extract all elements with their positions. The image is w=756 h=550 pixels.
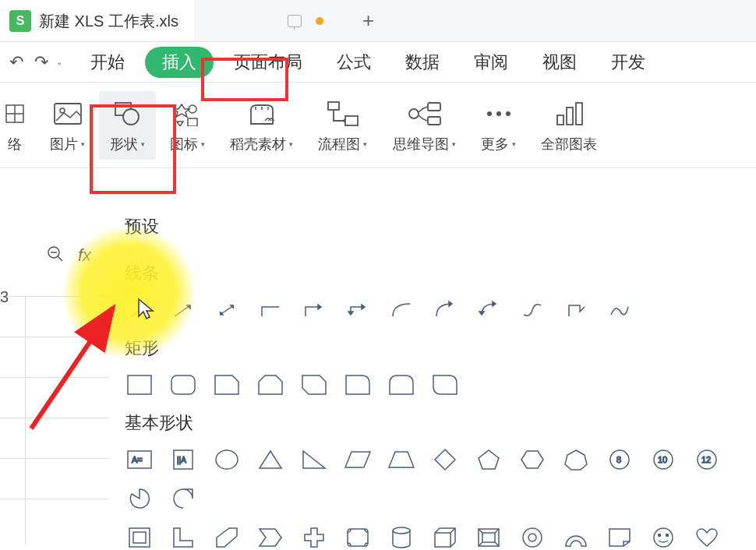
svg-text:10: 10 xyxy=(658,455,667,464)
snip-diag-corners-rect-shape[interactable] xyxy=(299,372,329,397)
rectangles-row xyxy=(125,372,740,397)
dodecagon-shape[interactable]: 12 xyxy=(692,447,722,472)
snip-corner-rect-shape[interactable] xyxy=(212,372,242,397)
cell-row[interactable] xyxy=(0,296,109,337)
svg-point-52 xyxy=(666,534,669,537)
ribbon-more[interactable]: 更多▾ xyxy=(470,91,527,160)
menu-data[interactable]: 数据 xyxy=(391,46,454,79)
svg-rect-27 xyxy=(171,375,195,394)
cell-row[interactable] xyxy=(0,458,109,499)
curve-double-arrow-shape[interactable] xyxy=(474,298,503,323)
round-1-corner-rect-shape[interactable] xyxy=(343,372,373,397)
flowchart-icon xyxy=(327,100,359,127)
menu-start[interactable]: 开始 xyxy=(76,46,139,79)
pie-shape[interactable] xyxy=(125,486,154,511)
ribbon-all-charts[interactable]: 全部图表 xyxy=(530,91,608,160)
trapezoid-shape[interactable] xyxy=(387,447,416,472)
svg-point-51 xyxy=(659,534,661,537)
cells-grid xyxy=(0,296,109,539)
decagon-shape[interactable]: 10 xyxy=(648,447,678,472)
block-arc-shape[interactable] xyxy=(561,525,591,550)
teardrop-shape[interactable] xyxy=(168,486,198,511)
diag-stripe-shape[interactable] xyxy=(212,525,242,550)
elbow-double-arrow-shape[interactable] xyxy=(343,298,373,323)
ribbon-material[interactable]: 稻壳素材▾ xyxy=(219,91,304,160)
cell-row[interactable] xyxy=(0,377,109,418)
line-shape[interactable] xyxy=(125,298,154,323)
elbow-connector-shape[interactable] xyxy=(256,298,285,323)
menu-review[interactable]: 审阅 xyxy=(460,46,522,79)
menu-dev[interactable]: 开发 xyxy=(597,46,659,79)
fx-icon[interactable]: fx xyxy=(78,245,91,266)
svg-rect-43 xyxy=(482,533,495,542)
bevel-shape[interactable] xyxy=(474,525,503,550)
oval-shape[interactable] xyxy=(212,447,242,472)
history-buttons: ↶ ↷ ⌄ xyxy=(9,52,62,72)
frame-shape[interactable] xyxy=(125,525,154,550)
ribbon-flowchart[interactable]: 流程图▾ xyxy=(307,91,378,160)
plus-shape[interactable] xyxy=(299,525,329,550)
menu-formula[interactable]: 公式 xyxy=(323,46,385,79)
round-diag-corners-rect-shape[interactable] xyxy=(430,372,460,397)
s-curve-shape[interactable] xyxy=(518,298,547,323)
ribbon-mindmap[interactable]: 思维导图▾ xyxy=(381,91,467,160)
presentation-icon[interactable] xyxy=(288,15,302,27)
hexagon-shape[interactable] xyxy=(518,447,547,472)
cell-row[interactable] xyxy=(0,499,109,539)
can-shape[interactable] xyxy=(387,525,416,550)
plaque-shape[interactable] xyxy=(343,525,373,550)
arrow-line-shape[interactable] xyxy=(168,298,198,323)
pentagon-shape[interactable] xyxy=(474,447,503,472)
textbox-v-shape[interactable]: ||A xyxy=(168,447,198,472)
folded-corner-shape[interactable] xyxy=(605,525,634,550)
material-icon xyxy=(246,100,277,127)
textbox-h-shape[interactable]: A= xyxy=(125,447,154,472)
svg-point-14 xyxy=(487,111,492,116)
ribbon-icons[interactable]: 图标▾ xyxy=(159,91,216,160)
svg-rect-39 xyxy=(129,528,150,547)
cell-row[interactable] xyxy=(0,337,109,377)
heptagon-shape[interactable] xyxy=(561,447,591,472)
ribbon-all-charts-label: 全部图表 xyxy=(541,135,597,153)
curve-arrow-shape[interactable] xyxy=(430,298,460,323)
triangle-shape[interactable] xyxy=(256,447,285,472)
snip-2-corners-rect-shape[interactable] xyxy=(256,372,285,397)
freeform-shape[interactable] xyxy=(561,298,591,323)
section-lines: 线条 xyxy=(125,262,740,285)
rect-shape[interactable] xyxy=(125,372,154,397)
ribbon-shapes[interactable]: 形状▾ xyxy=(99,91,156,160)
menu-view[interactable]: 视图 xyxy=(528,46,591,79)
grid-icon xyxy=(5,104,25,124)
right-triangle-shape[interactable] xyxy=(299,447,329,472)
history-dropdown[interactable]: ⌄ xyxy=(56,58,62,66)
menu-page-layout[interactable]: 页面布局 xyxy=(220,46,316,79)
curve-connector-shape[interactable] xyxy=(387,298,416,323)
svg-text:A=: A= xyxy=(132,455,143,464)
chevron-shape[interactable] xyxy=(256,525,285,550)
round-2-corners-rect-shape[interactable] xyxy=(387,372,416,397)
redo-button[interactable]: ↷ xyxy=(34,52,48,72)
zoom-out-icon[interactable] xyxy=(47,245,64,266)
double-arrow-shape[interactable] xyxy=(212,298,242,323)
smiley-shape[interactable] xyxy=(648,525,678,550)
heart-shape[interactable] xyxy=(692,525,722,550)
basic-shapes-row-2 xyxy=(125,525,740,550)
l-shape[interactable] xyxy=(168,525,198,550)
ribbon-image[interactable]: 图片▾ xyxy=(39,91,96,160)
new-tab-button[interactable]: + xyxy=(362,9,374,33)
parallelogram-shape[interactable] xyxy=(343,447,373,472)
scribble-shape[interactable] xyxy=(605,298,634,323)
cell-row[interactable] xyxy=(0,418,109,458)
section-rectangles: 矩形 xyxy=(125,337,740,360)
elbow-arrow-shape[interactable] xyxy=(299,298,329,323)
cube-shape[interactable] xyxy=(430,525,460,550)
undo-button[interactable]: ↶ xyxy=(9,52,23,72)
ribbon-grid-partial[interactable]: 络 xyxy=(5,91,36,160)
menu-insert[interactable]: 插入 xyxy=(145,47,214,78)
donut-shape[interactable] xyxy=(518,525,547,550)
diamond-shape[interactable] xyxy=(430,447,460,472)
rounded-rect-shape[interactable] xyxy=(168,372,198,397)
octagon-shape[interactable]: 8 xyxy=(605,447,634,472)
svg-point-49 xyxy=(528,534,536,541)
active-tab[interactable]: S 新建 XLS 工作表.xls xyxy=(0,0,194,41)
